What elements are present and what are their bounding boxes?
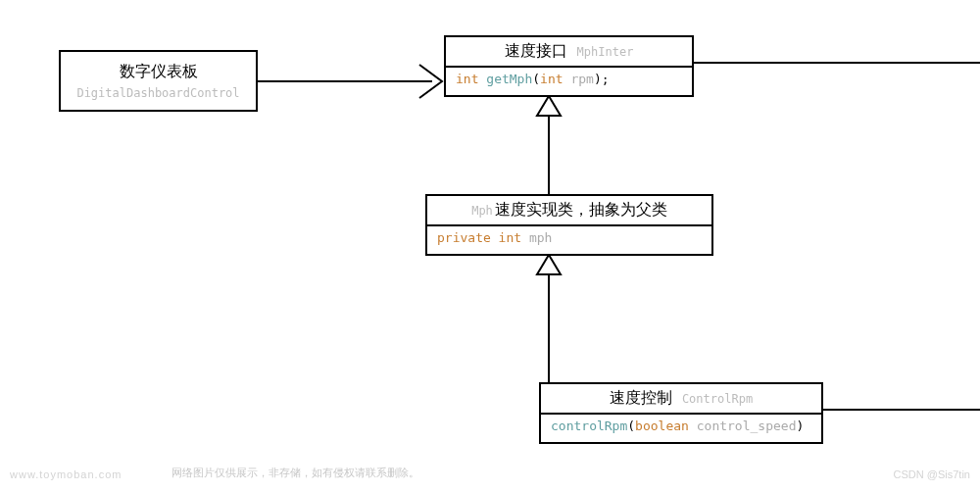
class-title-cn: 速度控制 bbox=[610, 388, 672, 409]
class-title-en: MphInter bbox=[577, 45, 634, 59]
compartment-title: Mph 速度实现类，抽象为父类 bbox=[427, 196, 711, 226]
arrow-dashboard-to-interface bbox=[258, 57, 446, 106]
class-prefix-en: Mph bbox=[471, 204, 493, 218]
compartment-title: 数字仪表板 DigitalDashboardControl bbox=[61, 52, 256, 110]
class-title-cn: 数字仪表板 bbox=[120, 62, 198, 82]
class-box-impl: Mph 速度实现类，抽象为父类 private int mph bbox=[425, 194, 713, 256]
arrow-impl-to-interface bbox=[529, 96, 568, 196]
compartment-method: controlRpm(boolean control_speed) bbox=[541, 415, 821, 442]
footer-note: 网络图片仅供展示，非存储，如有侵权请联系删除。 bbox=[172, 466, 419, 480]
class-title-en: DigitalDashboardControl bbox=[76, 86, 239, 100]
compartment-title: 速度接口 MphInter bbox=[446, 37, 692, 68]
svg-marker-4 bbox=[537, 255, 561, 274]
method-signature: controlRpm(boolean control_speed) bbox=[551, 418, 804, 433]
compartment-method: int getMph(int rpm); bbox=[446, 68, 692, 95]
edge-line-top bbox=[694, 61, 980, 65]
field-declaration: private int mph bbox=[437, 230, 552, 245]
class-box-dashboard: 数字仪表板 DigitalDashboardControl bbox=[59, 50, 258, 112]
method-signature: int getMph(int rpm); bbox=[456, 72, 610, 86]
compartment-title: 速度控制 ControlRpm bbox=[541, 384, 821, 415]
arrow-control-to-impl bbox=[529, 255, 568, 384]
compartment-field: private int mph bbox=[427, 226, 711, 254]
class-title-cn: 速度接口 bbox=[505, 41, 567, 62]
edge-line-bottom bbox=[823, 408, 980, 412]
class-title-cn: 速度实现类，抽象为父类 bbox=[495, 200, 667, 221]
class-title-en: ControlRpm bbox=[682, 392, 753, 406]
svg-marker-2 bbox=[537, 96, 561, 116]
class-box-interface: 速度接口 MphInter int getMph(int rpm); bbox=[444, 35, 694, 97]
watermark-left: www.toymoban.com bbox=[10, 468, 122, 480]
class-box-control: 速度控制 ControlRpm controlRpm(boolean contr… bbox=[539, 382, 823, 444]
watermark-right: CSDN @Sis7tin bbox=[894, 468, 970, 480]
